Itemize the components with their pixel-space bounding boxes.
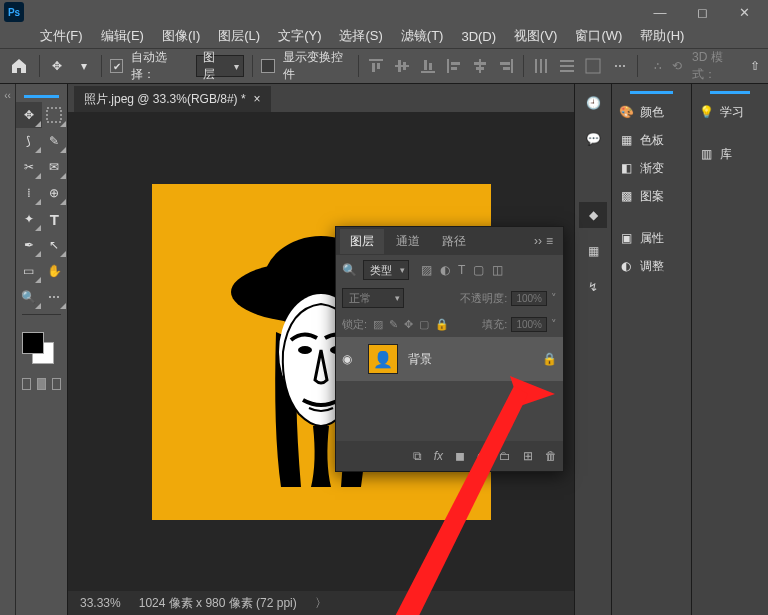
menu-5[interactable]: 选择(S) [335, 25, 386, 47]
status-docinfo[interactable]: 1024 像素 x 980 像素 (72 ppi) [139, 595, 297, 612]
heal-tool[interactable]: ⊕ [42, 180, 68, 206]
quick-select-tool[interactable]: ✎ [42, 128, 68, 154]
panel-menu-icon[interactable]: ≡ [546, 234, 553, 248]
fx-icon[interactable]: fx [434, 449, 443, 463]
frame-tool[interactable]: ✉ [42, 154, 68, 180]
dist-1-icon[interactable] [532, 57, 550, 75]
menu-3[interactable]: 图层(L) [214, 25, 264, 47]
filter-adjust-icon[interactable]: ◐ [440, 263, 450, 277]
more-options-icon[interactable]: ⋯ [610, 56, 629, 76]
blend-mode-dropdown[interactable]: 正常 [342, 288, 404, 308]
layers-tab-2[interactable]: 路径 [432, 229, 476, 254]
move-tool[interactable]: ✥ [16, 102, 42, 128]
path-tool[interactable]: ↖ [42, 232, 68, 258]
group-icon[interactable]: 🗀 [499, 449, 511, 463]
home-button[interactable] [8, 54, 31, 78]
panel-properties[interactable]: ▣属性 [612, 224, 691, 252]
layers-panel[interactable]: 图层通道路径››≡ 🔍 类型 ▨ ◐ T ▢ ◫ 正常 不透明度: 100% ˅… [335, 226, 564, 472]
lock-pixels-icon[interactable]: ▨ [373, 318, 383, 331]
window-close-button[interactable]: ✕ [724, 0, 764, 24]
move-tool-icon[interactable]: ✥ [48, 56, 67, 76]
zoom-tool[interactable]: 🔍 [16, 284, 42, 310]
align-right-icon[interactable] [497, 57, 515, 75]
panel-library[interactable]: ▥库 [692, 140, 768, 168]
delete-layer-icon[interactable]: 🗑 [545, 449, 557, 463]
filter-type-icon[interactable]: T [458, 263, 465, 277]
panel-color[interactable]: 🎨颜色 [612, 98, 691, 126]
lock-icon[interactable]: 🔒 [542, 352, 557, 366]
screen-mode-3[interactable] [52, 378, 61, 390]
panel-gradient[interactable]: ◧渐变 [612, 154, 691, 182]
marquee-tool[interactable] [42, 102, 68, 128]
edit-toolbar[interactable]: ⋯ [42, 284, 68, 310]
shape-tool[interactable]: ▭ [16, 258, 42, 284]
color-swatches[interactable] [16, 324, 67, 374]
panel-patterns[interactable]: ▩图案 [612, 182, 691, 210]
filter-shape-icon[interactable]: ▢ [473, 263, 484, 277]
filter-kind-dropdown[interactable]: 类型 [363, 260, 409, 280]
screen-mode-1[interactable] [22, 378, 31, 390]
panel-learn[interactable]: 💡学习 [692, 98, 768, 126]
window-max-button[interactable]: ◻ [682, 0, 722, 24]
menu-0[interactable]: 文件(F) [36, 25, 87, 47]
opacity-value[interactable]: 100% [511, 291, 547, 306]
menu-2[interactable]: 图像(I) [158, 25, 204, 47]
layers-tab-0[interactable]: 图层 [340, 229, 384, 254]
status-chevron-icon[interactable]: 〉 [315, 595, 327, 612]
menu-4[interactable]: 文字(Y) [274, 25, 325, 47]
window-min-button[interactable]: — [640, 0, 680, 24]
paths-panel-icon[interactable]: ↯ [579, 274, 607, 300]
align-hmid-icon[interactable] [471, 57, 489, 75]
menu-1[interactable]: 编辑(E) [97, 25, 148, 47]
channels-panel-icon[interactable]: ▦ [579, 238, 607, 264]
lasso-tool[interactable]: ⟆ [16, 128, 42, 154]
dist-2-icon[interactable] [558, 57, 576, 75]
menu-6[interactable]: 滤镜(T) [397, 25, 448, 47]
align-vmid-icon[interactable] [393, 57, 411, 75]
new-layer-icon[interactable]: ⊞ [523, 449, 533, 463]
tool-preset-chevron-icon[interactable]: ▾ [74, 56, 93, 76]
comments-panel-icon[interactable]: 💬 [579, 126, 607, 152]
share-icon[interactable]: ⇧ [750, 59, 760, 73]
layer-row[interactable]: ◉👤背景🔒 [336, 337, 563, 381]
crop-tool[interactable]: ✂ [16, 154, 42, 180]
lock-all-icon[interactable]: 🔒 [435, 318, 449, 331]
panel-swatches[interactable]: ▦色板 [612, 126, 691, 154]
adjustment-layer-icon[interactable]: ◐ [477, 449, 487, 463]
eyedrop-tool[interactable]: ⁞ [16, 180, 42, 206]
pen-tool[interactable]: ✒ [16, 232, 42, 258]
layers-tab-1[interactable]: 通道 [386, 229, 430, 254]
mask-icon[interactable]: ◼ [455, 449, 465, 463]
dist-3-icon[interactable] [584, 57, 602, 75]
lock-position-icon[interactable]: ✎ [389, 318, 398, 331]
type-tool[interactable]: T [42, 206, 68, 232]
panel-adjustments[interactable]: ◐调整 [612, 252, 691, 280]
close-tab-icon[interactable]: × [254, 92, 261, 106]
layer-thumbnail[interactable]: 👤 [368, 344, 398, 374]
filter-search-icon[interactable]: 🔍 [342, 263, 357, 277]
align-left-icon[interactable] [445, 57, 463, 75]
align-bottom-icon[interactable] [419, 57, 437, 75]
menu-9[interactable]: 窗口(W) [571, 25, 626, 47]
visibility-icon[interactable]: ◉ [342, 352, 358, 366]
filter-smart-icon[interactable]: ◫ [492, 263, 503, 277]
menu-7[interactable]: 3D(D) [457, 27, 500, 46]
align-top-icon[interactable] [367, 57, 385, 75]
layers-panel-icon[interactable]: ◆ [579, 202, 607, 228]
fill-value[interactable]: 100% [511, 317, 547, 332]
layer-name[interactable]: 背景 [408, 351, 532, 368]
history-panel-icon[interactable]: 🕘 [579, 90, 607, 116]
document-tab[interactable]: 照片.jpeg @ 33.3%(RGB/8#) * × [74, 86, 271, 112]
collapse-icon[interactable]: ›› [534, 234, 542, 248]
auto-select-target-dropdown[interactable]: 图层 [196, 55, 245, 77]
lock-crop-icon[interactable]: ✥ [404, 318, 413, 331]
show-transform-checkbox[interactable] [261, 59, 274, 73]
brush-tool[interactable]: ✦ [16, 206, 42, 232]
status-zoom[interactable]: 33.33% [80, 596, 121, 610]
filter-pixel-icon[interactable]: ▨ [421, 263, 432, 277]
hand-tool[interactable]: ✋ [42, 258, 68, 284]
menu-10[interactable]: 帮助(H) [636, 25, 688, 47]
screen-mode-2[interactable] [37, 378, 46, 390]
auto-select-checkbox[interactable]: ✔ [110, 59, 123, 73]
lock-artboard-icon[interactable]: ▢ [419, 318, 429, 331]
